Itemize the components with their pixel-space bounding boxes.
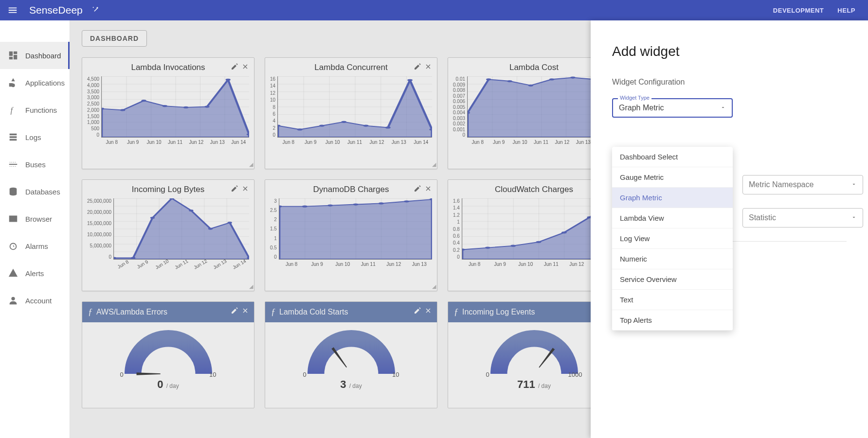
edit-icon[interactable] (231, 185, 238, 195)
resize-handle[interactable]: ◢ (249, 283, 253, 290)
resize-handle[interactable]: ◢ (432, 283, 436, 290)
metric-namespace-select[interactable]: Metric Namespace (742, 175, 863, 194)
svg-point-7 (163, 105, 167, 107)
dashboard-button[interactable]: DASHBOARD (82, 30, 147, 47)
resize-handle[interactable]: ◢ (432, 161, 436, 168)
widget-type-value: Graph Metric (619, 104, 664, 112)
chart-plot (277, 76, 432, 138)
sidebar-item-label: Buses (25, 160, 46, 169)
gauge-value: 711 / day (517, 378, 551, 391)
dropdown-option[interactable]: Text (612, 290, 733, 310)
y-axis: 4,5004,0003,5003,0002,5002,0001,5001,000… (87, 76, 101, 138)
dropdown-option[interactable]: Log View (612, 228, 733, 249)
x-axis: Jun 8Jun 9Jun 10Jun 11Jun 12Jun 13Jun 14 (113, 262, 249, 267)
svg-point-13 (297, 128, 303, 130)
sidebar-item-dashboard[interactable]: Dashboard (0, 42, 70, 69)
svg-point-22 (507, 80, 512, 82)
edit-icon[interactable] (414, 185, 421, 195)
sidebar-item-label: Logs (25, 133, 41, 141)
svg-point-5 (120, 109, 125, 111)
sidebar-item-functions[interactable]: f Functions (0, 96, 70, 123)
dropdown-option[interactable]: Numeric (612, 249, 733, 269)
main-content: DASHBOARD Lambda Invocations 4,5004,0003… (70, 20, 868, 438)
gauge-title: AWS/Lambda Errors (96, 308, 167, 316)
functions-icon: f (7, 104, 19, 116)
sidebar-item-label: Alerts (25, 269, 44, 278)
gauge-range: 010 (300, 371, 402, 378)
add-widget-panel: Add widget Widget Configuration Widget T… (591, 20, 868, 438)
widget-type-select[interactable]: Widget Type Graph Metric (612, 98, 733, 118)
dropdown-option[interactable]: Service Overview (612, 269, 733, 290)
svg-point-33 (208, 228, 213, 229)
sidebar-item-browser[interactable]: Browser (0, 205, 70, 232)
close-icon[interactable] (241, 307, 249, 316)
function-icon: ƒ (454, 307, 458, 317)
close-icon[interactable] (424, 307, 432, 316)
applications-icon (7, 76, 19, 89)
svg-point-39 (353, 203, 359, 205)
gauge-title: Lambda Cold Starts (279, 308, 348, 316)
gauge-value: 3 / day (340, 378, 362, 391)
sidebar-item-alarms[interactable]: Alarms (0, 232, 70, 260)
databases-icon (7, 185, 19, 198)
close-icon[interactable] (241, 185, 249, 195)
sidebar-item-databases[interactable]: Databases (0, 178, 70, 205)
dropdown-option[interactable]: Graph Metric (612, 188, 733, 208)
close-icon[interactable] (424, 63, 432, 73)
browser-icon (7, 212, 19, 225)
caret-down-icon (851, 180, 857, 189)
sidebar-item-logs[interactable]: Logs (0, 123, 70, 151)
magic-wand-icon[interactable] (91, 5, 100, 16)
top-appbar: SenseDeep DEVELOPMENT HELP (0, 0, 868, 20)
svg-point-6 (141, 100, 146, 102)
statistic-label: Statistic (749, 213, 776, 222)
x-axis: Jun 8Jun 9Jun 10Jun 11Jun 12Jun 13Jun 14 (277, 140, 432, 145)
chart-title: DynamoDB Charges (265, 180, 437, 197)
dropdown-option[interactable]: Dashboard Select (612, 147, 733, 167)
sidebar-item-label: Dashboard (25, 52, 61, 60)
statistic-select[interactable]: Statistic (742, 208, 863, 228)
sidebar-item-account[interactable]: Account (0, 287, 70, 314)
dropdown-option[interactable]: Gauge Metric (612, 167, 733, 188)
chart-title: Lambda Invocations (82, 58, 254, 75)
edit-icon[interactable] (231, 63, 238, 73)
y-axis: 32.521.510.50 (270, 198, 279, 260)
svg-text:f: f (11, 105, 14, 115)
edit-icon[interactable] (414, 63, 421, 73)
gauge-range: 01000 (483, 371, 585, 378)
edit-icon[interactable] (414, 307, 421, 316)
chart-plot (279, 198, 432, 260)
resize-handle[interactable]: ◢ (249, 161, 253, 168)
svg-point-8 (183, 106, 188, 108)
svg-point-38 (327, 204, 333, 206)
chart-card-dynamodb-charges: DynamoDB Charges 32.521.510.50 Jun 8Jun … (265, 179, 437, 291)
close-icon[interactable] (424, 185, 432, 195)
caret-down-icon (851, 213, 857, 222)
svg-point-23 (528, 85, 533, 87)
alerts-icon (7, 267, 19, 280)
account-icon (7, 294, 19, 307)
svg-point-34 (228, 222, 232, 224)
y-axis: 0.010.0090.0080.0070.0060.0050.0040.0030… (453, 76, 467, 138)
y-axis: 1.61.41.210.80.60.40.20 (453, 198, 462, 260)
menu-icon[interactable] (6, 3, 19, 17)
edit-icon[interactable] (231, 307, 238, 316)
dropdown-option[interactable]: Lambda View (612, 208, 733, 228)
sidebar-item-buses[interactable]: Buses (0, 151, 70, 178)
sidebar-item-label: Alarms (25, 242, 48, 250)
dropdown-option[interactable]: Top Alerts (612, 310, 733, 331)
svg-point-3 (11, 297, 15, 300)
sidebar-item-alerts[interactable]: Alerts (0, 260, 70, 287)
help-link[interactable]: HELP (831, 7, 862, 14)
alarms-icon (7, 240, 19, 252)
sidebar-item-applications[interactable]: Applications (0, 69, 70, 96)
chart-card-incoming-log-bytes: Incoming Log Bytes 25,000,00020,000,0001… (82, 179, 254, 291)
close-icon[interactable] (241, 63, 249, 73)
x-axis: Jun 8Jun 9Jun 10Jun 11Jun 12Jun 13 (279, 262, 432, 267)
buses-icon (7, 158, 19, 171)
development-link[interactable]: DEVELOPMENT (766, 7, 831, 14)
svg-point-21 (486, 78, 491, 80)
panel-title: Add widget (612, 44, 847, 59)
chart-title: Incoming Log Bytes (82, 180, 254, 197)
sidebar: Dashboard Applications f Functions Logs … (0, 20, 70, 438)
